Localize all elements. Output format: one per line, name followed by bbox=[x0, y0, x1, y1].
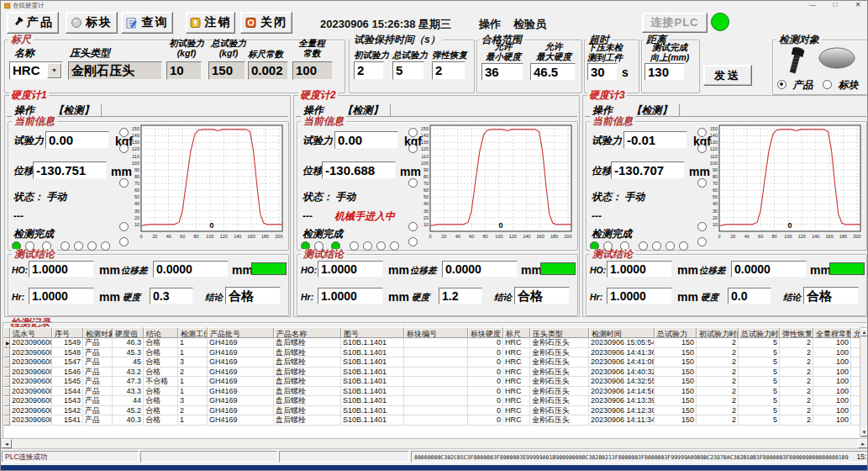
table-cell[interactable]: 2 bbox=[780, 338, 813, 348]
table-cell[interactable]: 47.3 bbox=[113, 377, 144, 387]
table-cell[interactable]: 2 bbox=[178, 406, 208, 416]
table-cell[interactable]: 40.3 bbox=[113, 415, 144, 426]
records-vscrollbar[interactable]: ▲ ▼ bbox=[860, 327, 868, 437]
table-cell[interactable]: GH4169 bbox=[208, 348, 274, 358]
table-cell[interactable]: HRC bbox=[503, 377, 530, 387]
table-cell[interactable]: 2 bbox=[780, 368, 813, 378]
displacement-value[interactable]: -130.751 bbox=[33, 161, 107, 179]
table-cell[interactable]: 1545 bbox=[52, 377, 83, 387]
hr-value[interactable]: 1.0000 bbox=[607, 288, 672, 304]
column-header[interactable]: 压头类型 bbox=[530, 327, 589, 338]
table-cell[interactable]: 44 bbox=[113, 396, 144, 406]
table-cell[interactable]: 合格 bbox=[144, 357, 178, 368]
column-header[interactable]: 初试验力时间 bbox=[697, 327, 739, 338]
table-cell[interactable]: HRC bbox=[503, 406, 530, 416]
table-cell[interactable]: 202309060008 bbox=[10, 348, 52, 358]
table-cell[interactable]: 盘后螺栓 bbox=[274, 406, 341, 416]
hardness-value[interactable]: 0.3 bbox=[150, 288, 193, 304]
table-cell[interactable]: 金刚石压头 bbox=[530, 377, 589, 387]
table-cell[interactable]: 金刚石压头 bbox=[530, 348, 589, 358]
table-cell[interactable]: 盘后螺栓 bbox=[274, 338, 341, 348]
table-cell[interactable]: 5 bbox=[739, 377, 780, 387]
table-cell[interactable]: 合格 bbox=[144, 415, 178, 426]
table-cell[interactable]: 盘后螺栓 bbox=[274, 348, 341, 358]
table-cell[interactable]: HRC bbox=[503, 415, 530, 426]
table-cell[interactable]: 0 bbox=[468, 368, 503, 378]
table-cell[interactable]: 1 bbox=[178, 387, 208, 397]
scroll-down-icon[interactable]: ▼ bbox=[860, 428, 868, 437]
connect-plc-button[interactable]: 连接PLC bbox=[642, 13, 708, 33]
table-cell[interactable]: 1 bbox=[178, 377, 208, 387]
minimize-icon[interactable]: — bbox=[803, 1, 822, 9]
table-cell[interactable] bbox=[851, 368, 860, 378]
table-cell[interactable]: 20230906 14:14:56 bbox=[589, 387, 655, 397]
table-cell[interactable] bbox=[404, 415, 468, 426]
table-cell[interactable]: S10B.1.1401 bbox=[341, 387, 404, 397]
column-header[interactable]: 产品名称 bbox=[274, 327, 341, 338]
column-header[interactable]: 总试验力时间 bbox=[739, 327, 780, 338]
table-cell[interactable] bbox=[851, 415, 860, 426]
table-cell[interactable]: 202309060007 bbox=[10, 357, 52, 368]
table-cell[interactable] bbox=[851, 357, 860, 368]
table-cell[interactable]: 2 bbox=[697, 396, 739, 406]
table-cell[interactable]: 20230906 14:32:55 bbox=[589, 377, 655, 387]
hardness-value[interactable]: 1.2 bbox=[439, 288, 482, 304]
hr-value[interactable]: 1.0000 bbox=[29, 288, 94, 304]
column-header[interactable]: 总试验力 bbox=[655, 327, 697, 338]
table-cell[interactable]: 2 bbox=[697, 338, 739, 348]
table-cell[interactable]: 0 bbox=[468, 348, 503, 358]
query-button[interactable]: 查询 bbox=[121, 12, 173, 34]
table-cell[interactable]: 0 bbox=[468, 396, 503, 406]
table-cell[interactable]: 100 bbox=[813, 377, 851, 387]
table-cell[interactable] bbox=[851, 348, 860, 358]
scroll-right-icon[interactable]: ► bbox=[858, 439, 868, 448]
table-cell[interactable]: HRC bbox=[503, 357, 530, 368]
table-cell[interactable]: 产品 bbox=[83, 387, 113, 397]
table-cell[interactable]: 2 bbox=[697, 368, 739, 378]
table-cell[interactable] bbox=[851, 396, 860, 406]
table-cell[interactable]: 合格 bbox=[144, 406, 178, 416]
table-cell[interactable]: 202309060009 bbox=[10, 338, 52, 348]
table-cell[interactable]: 1541 bbox=[52, 415, 83, 426]
table-cell[interactable]: 150 bbox=[655, 415, 697, 426]
table-cell[interactable] bbox=[404, 338, 468, 348]
table-cell[interactable]: GH4169 bbox=[208, 357, 274, 368]
table-cell[interactable]: 100 bbox=[813, 396, 851, 406]
scroll-left-icon[interactable]: ◄ bbox=[2, 439, 12, 448]
table-cell[interactable]: 5 bbox=[739, 415, 780, 426]
table-cell[interactable]: 金刚石压头 bbox=[530, 387, 589, 397]
table-cell[interactable]: GH4169 bbox=[208, 387, 274, 397]
disp-diff-value[interactable]: 0.0000 bbox=[153, 261, 229, 278]
table-cell[interactable]: 2 bbox=[697, 387, 739, 397]
table-cell[interactable]: 合格 bbox=[144, 348, 178, 358]
table-cell[interactable]: 产品 bbox=[83, 377, 113, 387]
table-cell[interactable]: GH4169 bbox=[208, 368, 274, 378]
table-cell[interactable]: 金刚石压头 bbox=[530, 357, 589, 368]
table-cell[interactable]: 产品 bbox=[83, 338, 113, 348]
table-cell[interactable]: 20230906 15:05:54 bbox=[589, 338, 655, 348]
logout-button[interactable]: 注销 bbox=[186, 12, 235, 34]
table-cell[interactable]: GH4169 bbox=[208, 406, 274, 416]
table-cell[interactable]: 202309060004 bbox=[10, 387, 52, 397]
scale-name-combo[interactable]: HRC ▼ bbox=[9, 61, 63, 80]
table-cell[interactable]: 202309060001 bbox=[10, 415, 52, 426]
column-header[interactable]: 检测时间 bbox=[589, 327, 655, 338]
table-cell[interactable]: HRC bbox=[503, 368, 530, 378]
table-cell[interactable]: 20230906 14:11:34 bbox=[589, 415, 655, 426]
table-cell[interactable]: 5 bbox=[739, 396, 780, 406]
table-cell[interactable]: 43.3 bbox=[113, 387, 144, 397]
table-cell[interactable]: 盘后螺栓 bbox=[274, 415, 341, 426]
table-cell[interactable]: 2 bbox=[697, 406, 739, 416]
table-cell[interactable]: 5 bbox=[739, 348, 780, 358]
displacement-value[interactable]: -130.688 bbox=[322, 161, 396, 179]
hardness-value[interactable]: 0.0 bbox=[728, 288, 771, 304]
row-selector[interactable] bbox=[3, 415, 10, 426]
table-cell[interactable]: S10B.1.1401 bbox=[341, 348, 404, 358]
table-cell[interactable]: 2 bbox=[697, 415, 739, 426]
chevron-down-icon[interactable]: ▼ bbox=[47, 63, 61, 78]
table-cell[interactable]: 1546 bbox=[52, 368, 83, 378]
table-cell[interactable]: 150 bbox=[655, 396, 697, 406]
table-cell[interactable]: 0 bbox=[468, 377, 503, 387]
table-cell[interactable]: 46.3 bbox=[113, 338, 144, 348]
table-cell[interactable]: S10B.1.1401 bbox=[341, 396, 404, 406]
